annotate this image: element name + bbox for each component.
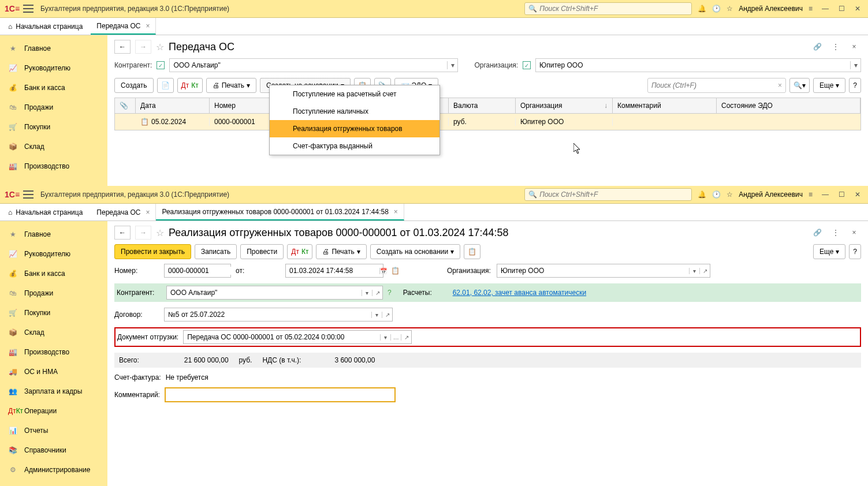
number-field[interactable] (164, 264, 231, 278)
org-input[interactable] (536, 61, 850, 69)
bell-icon[interactable]: 🔔 (698, 190, 706, 199)
tab-close-icon[interactable]: × (394, 208, 398, 216)
home-tab[interactable]: ⌂ Начальная страница (0, 18, 91, 35)
doc-icon[interactable]: 📋 (388, 264, 402, 278)
forward-button[interactable]: → (135, 226, 151, 240)
write-button[interactable]: Записать (195, 244, 237, 259)
sidebar-item-production[interactable]: 🏭Производство (0, 342, 107, 362)
sidebar-item-manager[interactable]: 📈Руководителю (0, 244, 107, 264)
tab-realization[interactable]: Реализация отгруженных товаров 0000-0000… (156, 204, 404, 220)
dtkt-button[interactable]: ДтКт (177, 78, 203, 93)
chevron-down-icon[interactable]: ▾ (447, 61, 457, 69)
help-icon[interactable]: ? (388, 289, 392, 297)
sidebar-item-purchases[interactable]: 🛒Покупки (0, 303, 107, 323)
back-button[interactable]: ← (114, 40, 131, 54)
favorite-icon[interactable]: ☆ (156, 227, 164, 238)
sidebar-item-operations[interactable]: ДтКтОперации (0, 401, 107, 421)
sidebar-item-main[interactable]: ★Главное (0, 225, 107, 244)
search-input[interactable] (539, 5, 688, 13)
org-field[interactable]: ▾↗ (497, 264, 710, 278)
chevron-down-icon[interactable]: ▾ (689, 268, 699, 274)
comment-input[interactable] (165, 387, 396, 402)
sidebar-item-assets[interactable]: 🚚ОС и НМА (0, 362, 107, 382)
ellipsis-icon[interactable]: … (390, 334, 401, 341)
close-button[interactable]: ✕ (852, 3, 863, 14)
link-icon[interactable]: 🔗 (810, 40, 824, 54)
list-search[interactable]: × (647, 78, 786, 93)
forward-button[interactable]: → (135, 40, 151, 54)
star-icon[interactable]: ☆ (727, 190, 733, 199)
sidebar-item-production[interactable]: 🏭Производство (0, 156, 107, 176)
maximize-button[interactable]: ☐ (836, 3, 847, 14)
sidebar-item-sales[interactable]: 🛍Продажи (0, 98, 107, 117)
date-field[interactable]: 📅 (285, 264, 383, 278)
post-close-button[interactable]: Провести и закрыть (114, 244, 191, 259)
calendar-icon[interactable]: 📅 (379, 268, 387, 274)
back-button[interactable]: ← (114, 226, 131, 240)
help-button[interactable]: ? (849, 244, 861, 259)
username[interactable]: Андрей Алексеевич (739, 190, 803, 199)
create-button[interactable]: Создать (114, 78, 154, 93)
sidebar-item-manager[interactable]: 📈Руководителю (0, 58, 107, 78)
chevron-down-icon[interactable]: ▾ (371, 312, 382, 318)
post-button[interactable]: Провести (240, 244, 284, 259)
copy-button[interactable]: 📄 (157, 78, 174, 93)
minimize-button[interactable]: — (819, 189, 831, 200)
sidebar-item-purchases[interactable]: 🛒Покупки (0, 117, 107, 137)
history-icon[interactable]: 🕑 (712, 5, 721, 13)
bell-icon[interactable]: 🔔 (698, 5, 706, 13)
org-combo[interactable]: ▾ (535, 58, 861, 72)
help-button[interactable]: ? (849, 78, 861, 93)
menu-item-realization[interactable]: Реализация отгруженных товаров (270, 120, 439, 137)
register-button[interactable]: 📋 (464, 244, 480, 259)
tab-close-icon[interactable]: × (146, 208, 150, 216)
favorite-icon[interactable]: ☆ (156, 42, 164, 53)
clear-icon[interactable]: × (778, 81, 782, 89)
chevron-down-icon[interactable]: ▾ (380, 334, 390, 341)
star-icon[interactable]: ☆ (727, 5, 733, 13)
maximize-button[interactable]: ☐ (836, 189, 847, 200)
settings-icon[interactable]: ≡ (809, 5, 813, 13)
tab-transfer[interactable]: Передача ОС × (91, 18, 156, 35)
contractor-checkbox[interactable]: ✓ (157, 61, 165, 69)
contractor-input[interactable] (170, 61, 447, 69)
more-icon[interactable]: ⋮ (829, 226, 843, 240)
create-on-button[interactable]: Создать на основании ▾ (370, 244, 461, 259)
contract-field[interactable]: ▾↗ (164, 308, 393, 321)
sidebar-item-bank[interactable]: 💰Банк и касса (0, 264, 107, 283)
dtkt-button[interactable]: ДтКт (287, 244, 312, 259)
col-date[interactable]: Дата (136, 98, 210, 113)
search-input[interactable] (539, 190, 688, 199)
open-icon[interactable]: ↗ (382, 312, 392, 318)
close-icon[interactable]: × (847, 40, 861, 54)
search-input[interactable] (651, 81, 778, 89)
col-org[interactable]: Организация↓ (516, 98, 613, 113)
menu-icon[interactable] (23, 190, 33, 199)
sidebar-item-warehouse[interactable]: 📦Склад (0, 323, 107, 342)
more-icon[interactable]: ⋮ (829, 40, 843, 54)
col-currency[interactable]: Валюта (449, 98, 516, 113)
minimize-button[interactable]: — (819, 3, 831, 14)
open-icon[interactable]: ↗ (401, 334, 411, 341)
global-search[interactable]: 🔍 (524, 188, 692, 201)
contractor-field[interactable]: ▾↗ (166, 286, 383, 300)
open-icon[interactable]: ↗ (699, 268, 710, 274)
menu-item-receipt-cash[interactable]: Поступление наличных (270, 103, 439, 120)
sidebar-item-main[interactable]: ★Главное (0, 39, 107, 58)
chevron-down-icon[interactable]: ▾ (362, 290, 372, 296)
sidebar-item-admin[interactable]: ⚙Администрирование (0, 460, 107, 480)
sidebar-item-salary[interactable]: 👥Зарплата и кадры (0, 382, 107, 401)
menu-item-receipt-account[interactable]: Поступление на расчетный счет (270, 85, 439, 103)
username[interactable]: Андрей Алексеевич (739, 5, 803, 13)
close-icon[interactable]: × (847, 226, 861, 240)
link-icon[interactable]: 🔗 (810, 226, 824, 240)
menu-icon[interactable] (23, 5, 33, 13)
more-button[interactable]: Еще ▾ (813, 78, 845, 93)
history-icon[interactable]: 🕑 (712, 190, 721, 199)
contractor-combo[interactable]: ▾ (169, 58, 458, 72)
close-button[interactable]: ✕ (852, 189, 863, 200)
more-button[interactable]: Еще ▾ (813, 244, 845, 259)
open-icon[interactable]: ↗ (372, 290, 382, 296)
print-button[interactable]: 🖨 Печать ▾ (316, 244, 366, 259)
menu-item-invoice[interactable]: Счет-фактура выданный (270, 137, 439, 155)
